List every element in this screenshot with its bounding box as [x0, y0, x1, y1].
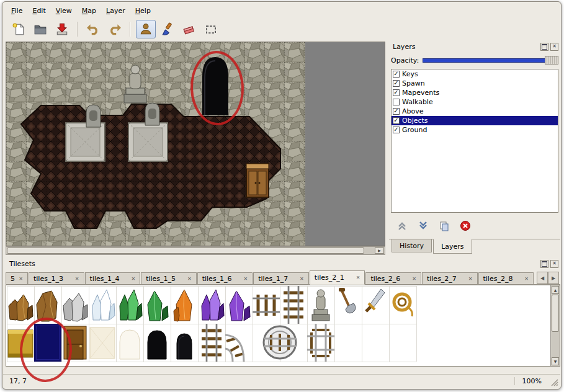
map-hscrollbar[interactable]: ▶ [6, 246, 385, 255]
select-tool-button[interactable] [201, 20, 221, 38]
opacity-label: Opacity: [391, 56, 419, 65]
tile-gold-block[interactable] [8, 330, 33, 357]
tileset-tab-1[interactable]: tiles_1_3✕ [29, 272, 84, 284]
float-panel-icon[interactable] [540, 260, 548, 268]
tileset-tab-0[interactable]: 5✕ [6, 272, 28, 284]
raise-layer-button[interactable] [395, 219, 409, 233]
layer-checkbox[interactable]: ✓ [393, 108, 400, 115]
tab-layers[interactable]: Layers [433, 239, 472, 254]
layer-row-above[interactable]: ✓ Above [392, 107, 558, 116]
tileset-tab-2[interactable]: tiles_1_4✕ [85, 272, 141, 284]
tilesets-panel: Tilesets ✕ 5✕ tiles_1_3✕ tiles_1_4✕ tile… [6, 259, 560, 375]
lower-layer-button[interactable] [416, 219, 430, 233]
tab-close-icon[interactable]: ✕ [412, 276, 416, 282]
save-icon [55, 22, 69, 36]
tile-navy-selected[interactable] [34, 324, 61, 362]
tab-close-icon[interactable]: ✕ [468, 276, 473, 282]
tileset-tab-5[interactable]: tiles_1_7✕ [253, 272, 309, 284]
layer-checkbox[interactable]: ✓ [393, 117, 400, 124]
tileset-tab-7[interactable]: tiles_2_6✕ [365, 272, 421, 284]
tileset-tab-9[interactable]: tiles_2_8✕ [478, 272, 534, 284]
tileset-vscroll-thumb[interactable] [552, 295, 559, 332]
tab-close-icon[interactable]: ✕ [244, 276, 248, 282]
tile-dark-doorway[interactable] [177, 334, 192, 359]
menu-map[interactable]: Map [77, 5, 101, 17]
map-hscroll-right-button[interactable]: ▶ [375, 247, 384, 254]
layer-row-walkable[interactable]: Walkable [392, 97, 558, 107]
map-canvas[interactable] [6, 42, 385, 246]
tile-track-horizontal[interactable] [253, 295, 280, 316]
person-stamp-icon [139, 22, 153, 36]
tileset-vscrollbar[interactable]: ▲ ▼ [550, 285, 560, 366]
tileset-tab-4[interactable]: tiles_1_6✕ [197, 272, 253, 284]
map-hscroll-thumb[interactable] [7, 247, 364, 254]
eraser-icon [182, 22, 196, 36]
tile-pale[interactable] [90, 327, 115, 359]
layer-checkbox[interactable]: ✓ [393, 80, 400, 87]
resize-grip-icon [550, 378, 558, 386]
tab-label: tiles_2_7 [427, 275, 457, 283]
tab-close-icon[interactable]: ✕ [131, 276, 135, 282]
tab-close-icon[interactable]: ✕ [75, 276, 79, 282]
tab-close-icon[interactable]: ✕ [300, 276, 304, 282]
tabs-scroll-right-button[interactable]: ▶ [548, 272, 559, 284]
layer-row-keys[interactable]: ✓ Keys [392, 69, 558, 79]
tab-label: tiles_2_1 [315, 274, 344, 282]
tile-wooden-door[interactable] [64, 326, 86, 359]
opacity-slider[interactable] [423, 55, 558, 65]
zoom-level: 100% [514, 377, 542, 385]
tab-history[interactable]: History [392, 239, 432, 252]
tileset-tab-3[interactable]: tiles_1_5✕ [141, 272, 197, 284]
undo-button[interactable] [83, 20, 103, 38]
tab-label: tiles_2_8 [483, 275, 513, 283]
tab-label: tiles_1_6 [202, 275, 232, 283]
layer-checkbox[interactable]: ✓ [393, 89, 400, 96]
open-file-button[interactable] [30, 20, 50, 38]
opacity-slider-handle[interactable] [545, 56, 558, 65]
tile-pale-arch[interactable] [120, 330, 140, 359]
tab-close-icon[interactable]: ✕ [19, 276, 23, 282]
layer-buttons [395, 218, 472, 234]
tileset-vscroll-up-button[interactable]: ▲ [552, 286, 559, 294]
layer-checkbox[interactable]: ✓ [393, 71, 400, 78]
tileset-tab-8[interactable]: tiles_2_7✕ [422, 272, 478, 284]
layer-checkbox[interactable]: ✓ [393, 127, 400, 133]
close-panel-icon[interactable]: ✕ [550, 43, 558, 51]
selection-marquee-icon [204, 22, 218, 36]
tab-close-icon[interactable]: ✕ [187, 276, 192, 282]
menu-file[interactable]: File [6, 5, 27, 17]
resize-grip[interactable] [550, 378, 558, 386]
tile-turntable[interactable] [264, 326, 296, 359]
menu-view[interactable]: View [51, 5, 77, 17]
tab-close-icon[interactable]: ✕ [524, 276, 529, 282]
app-window: File Edit View Map Layer Help [2, 1, 562, 390]
layer-row-ground[interactable]: ✓ Ground [392, 125, 558, 135]
new-file-button[interactable] [9, 20, 29, 38]
tileset-tab-6[interactable]: tiles_2_1✕ [310, 270, 365, 285]
toolbar-separator [77, 22, 78, 37]
close-panel-icon[interactable]: ✕ [550, 260, 558, 268]
tab-label: tiles_1_3 [34, 275, 63, 283]
eraser-tool-button[interactable] [179, 20, 199, 38]
delete-layer-button[interactable] [459, 219, 472, 233]
duplicate-layer-button[interactable] [437, 219, 451, 233]
brush-tool-button[interactable] [158, 20, 177, 38]
tileset-canvas[interactable] [7, 286, 539, 363]
layer-row-spawn[interactable]: ✓ Spawn [392, 79, 558, 88]
layer-label: Walkable [402, 98, 433, 106]
tileset-vscroll-down-button[interactable]: ▼ [552, 357, 559, 365]
tabs-scroll-left-button[interactable]: ◀ [537, 272, 548, 284]
menu-edit[interactable]: Edit [27, 5, 50, 17]
layer-row-mapevents[interactable]: ✓ Mapevents [392, 88, 558, 97]
menu-layer[interactable]: Layer [101, 5, 130, 17]
save-button[interactable] [52, 20, 72, 38]
gravestone [86, 105, 101, 127]
layer-row-objects[interactable]: ✓ Objects [392, 116, 558, 125]
float-panel-icon[interactable] [540, 43, 548, 51]
layer-checkbox[interactable] [393, 99, 400, 105]
tile-dark-doorway[interactable] [148, 331, 166, 359]
menu-help[interactable]: Help [130, 5, 156, 17]
redo-button[interactable] [105, 20, 125, 38]
stamp-tool-button[interactable] [136, 20, 156, 38]
tab-close-icon[interactable]: ✕ [356, 275, 360, 280]
